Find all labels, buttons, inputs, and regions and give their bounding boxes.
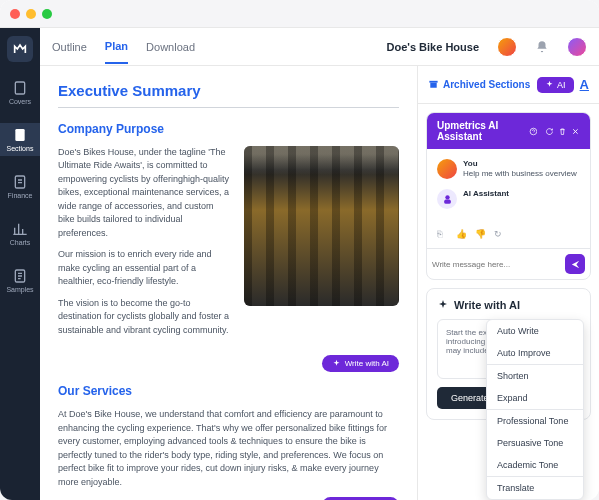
ai-actions-menu: Auto Write Auto Improve Shorten Expand P…	[486, 319, 584, 500]
sparkle-icon	[545, 80, 554, 89]
panel-title: Write with AI	[454, 299, 520, 311]
assistant-panel: Upmetrics AI Assistant You	[426, 112, 591, 280]
write-with-ai-panel: Write with AI Start the executive summar…	[426, 288, 591, 420]
maximize-window-icon[interactable]	[42, 9, 52, 19]
thumbs-up-icon[interactable]: 👍	[456, 229, 467, 240]
message-sender: You	[463, 159, 577, 168]
message-text: Help me with business overview	[463, 169, 577, 178]
paragraph: Doe's Bikes House, under the tagline 'Th…	[58, 146, 232, 241]
badge-label: AI	[557, 80, 566, 90]
document-editor: Executive Summary Company Purpose Doe's …	[40, 66, 417, 500]
menu-item-expand[interactable]: Expand	[487, 387, 583, 409]
window-titlebar	[0, 0, 599, 28]
help-icon[interactable]	[529, 126, 538, 137]
paragraph: At Doe's Bike House, we understand that …	[58, 408, 399, 489]
button-label: Write with AI	[345, 359, 389, 368]
menu-item-auto-improve[interactable]: Auto Improve	[487, 342, 583, 364]
chat-input[interactable]	[432, 260, 561, 269]
sidebar-item-label: Sections	[7, 145, 34, 152]
sidebar-item-label: Covers	[9, 98, 31, 105]
paragraph: The vision is to become the go-to destin…	[58, 297, 232, 338]
bot-avatar	[437, 189, 457, 209]
divider	[58, 107, 399, 108]
sections-icon	[12, 127, 28, 143]
archived-sections-link[interactable]: Archived Sections	[428, 79, 531, 90]
sidebar-item-label: Finance	[8, 192, 33, 199]
sidebar-item-charts[interactable]: Charts	[0, 217, 40, 250]
link-label: Archived Sections	[443, 79, 530, 90]
samples-icon	[12, 268, 28, 284]
refresh-icon[interactable]: ↻	[494, 229, 505, 240]
message-sender: AI Assistant	[463, 189, 509, 198]
svg-rect-1	[15, 129, 24, 141]
menu-item-academic-tone[interactable]: Academic Tone	[487, 454, 583, 476]
close-window-icon[interactable]	[10, 9, 20, 19]
trash-icon[interactable]	[558, 126, 567, 137]
menu-item-translate[interactable]: Translate	[487, 477, 583, 499]
copy-icon[interactable]: ⎘	[437, 229, 448, 240]
sparkle-icon	[332, 359, 341, 368]
sidebar-item-samples[interactable]: Samples	[0, 264, 40, 297]
menu-item-shorten[interactable]: Shorten	[487, 365, 583, 387]
text-style-button[interactable]: A	[580, 77, 589, 92]
sidebar-item-sections[interactable]: Sections	[0, 123, 40, 156]
send-button[interactable]	[565, 254, 585, 274]
close-icon[interactable]	[571, 126, 580, 137]
right-panel: Archived Sections AI A Upmetrics AI Assi…	[417, 66, 599, 500]
app-logo	[7, 36, 33, 62]
section-image	[244, 146, 399, 306]
assistant-title: Upmetrics AI Assistant	[437, 120, 525, 142]
svg-point-5	[530, 128, 537, 135]
svg-rect-0	[15, 82, 24, 94]
refresh-icon[interactable]	[545, 126, 554, 137]
minimize-window-icon[interactable]	[26, 9, 36, 19]
finance-icon	[12, 174, 28, 190]
tab-outline[interactable]: Outline	[52, 31, 87, 63]
section-heading: Company Purpose	[58, 120, 399, 138]
avatar[interactable]	[497, 37, 517, 57]
svg-rect-7	[444, 199, 451, 203]
archive-icon	[428, 79, 439, 90]
sparkle-icon	[437, 299, 449, 311]
sidebar-item-finance[interactable]: Finance	[0, 170, 40, 203]
menu-item-auto-write[interactable]: Auto Write	[487, 320, 583, 342]
menu-item-persuasive-tone[interactable]: Persuasive Tone	[487, 432, 583, 454]
section-heading: Our Services	[58, 382, 399, 400]
charts-icon	[12, 221, 28, 237]
user-avatar	[437, 159, 457, 179]
menu-item-professional-tone[interactable]: Professional Tone	[487, 410, 583, 432]
notifications-icon[interactable]	[535, 40, 549, 54]
avatar[interactable]	[567, 37, 587, 57]
topbar: Outline Plan Download Doe's Bike House	[40, 28, 599, 66]
sidebar-item-covers[interactable]: Covers	[0, 76, 40, 109]
tab-plan[interactable]: Plan	[105, 30, 128, 64]
sidebar-item-label: Samples	[6, 286, 33, 293]
write-with-ai-button[interactable]: Write with AI	[322, 355, 399, 372]
sidebar-item-label: Charts	[10, 239, 31, 246]
bot-icon	[441, 193, 454, 206]
page-title: Executive Summary	[58, 80, 399, 103]
thumbs-down-icon[interactable]: 👎	[475, 229, 486, 240]
paragraph: Our mission is to enrich every ride and …	[58, 248, 232, 289]
tab-download[interactable]: Download	[146, 31, 195, 63]
covers-icon	[12, 80, 28, 96]
ai-toggle-button[interactable]: AI	[537, 77, 574, 93]
sidebar: Covers Sections Finance Charts Samples	[0, 28, 40, 500]
svg-rect-4	[429, 81, 437, 83]
workspace-name: Doe's Bike House	[387, 41, 479, 53]
svg-point-6	[445, 195, 449, 199]
send-icon	[570, 259, 581, 270]
